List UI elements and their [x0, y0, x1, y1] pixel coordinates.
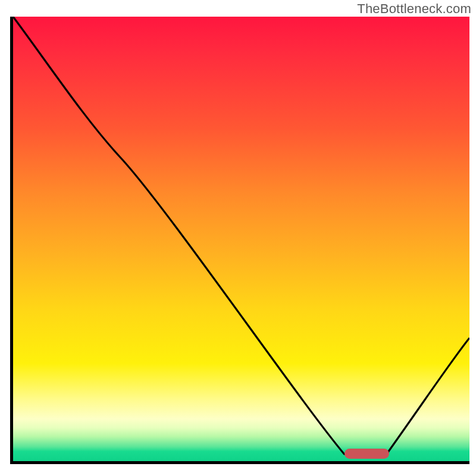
optimal-range-marker	[345, 449, 389, 459]
curve-path	[13, 17, 469, 456]
bottleneck-curve	[13, 17, 469, 461]
chart-frame: TheBottleneck.com	[0, 0, 476, 476]
watermark-text: TheBottleneck.com	[357, 1, 471, 17]
plot-area	[10, 17, 469, 464]
